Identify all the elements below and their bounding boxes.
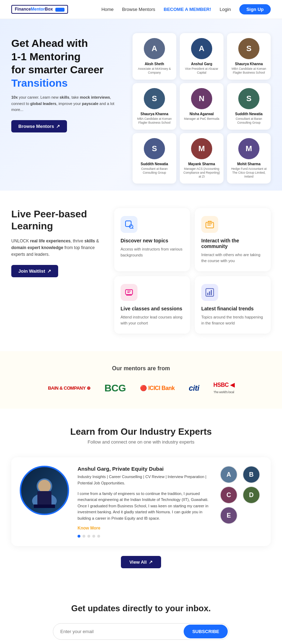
mentor-name: Anshul Garg	[183, 62, 220, 66]
dot-5	[97, 535, 100, 538]
beta-badge: Beta	[55, 8, 64, 12]
mentor-title: Hedge Fund Accountant at The Citco Group…	[231, 167, 267, 179]
bcg-logo: BCG	[104, 383, 126, 394]
email-input[interactable]	[53, 625, 183, 638]
citi-logo: citi	[189, 384, 199, 393]
side-avatar: E	[220, 507, 238, 524]
expert-showcase: Anshul Garg, Private Equity Dubai Indust…	[11, 457, 271, 546]
svg-rect-7	[209, 291, 210, 295]
feature-desc: Access with instructors from various bac…	[121, 246, 184, 258]
mentor-cards-grid: A Aksh Sheth Associate at McKinsey & Com…	[124, 33, 271, 184]
mentor-card: A Anshul Garg Vice President at Alcazar …	[180, 33, 223, 80]
newsletter-form: SUBSCRIBE	[53, 623, 229, 640]
svg-rect-13	[34, 504, 55, 508]
mentor-title: Consultant at Baran Consulting Group	[231, 117, 267, 125]
feature-desc: Attend instructor lead courses along wit…	[121, 314, 184, 326]
mentor-title: MBA Candidate at Koman Flagler Business …	[231, 67, 267, 75]
mentor-name: Suddith Newatia	[136, 162, 173, 166]
avatar: S	[144, 138, 165, 159]
feature-discover: Discover new topics Access with instruct…	[114, 208, 190, 271]
logo: FinanceMentorBox Beta	[11, 5, 68, 13]
mentor-title: Manager at PwC Bermuda	[183, 117, 220, 121]
avatar: A	[144, 38, 165, 59]
mentor-card: S Shaurya Khanna MBA Candidate at Koman …	[227, 33, 271, 80]
peer-left: Live Peer-based Learning UNLOCK real lif…	[11, 208, 103, 277]
expert-avatar	[20, 466, 69, 515]
peer-heading: Live Peer-based Learning	[11, 208, 103, 232]
experts-heading: Learn from Our Industry Experts	[11, 426, 271, 437]
peer-section: Live Peer-based Learning UNLOCK real lif…	[0, 191, 282, 351]
avatar: S	[144, 88, 165, 109]
mentor-title: Associate at McKinsey & Company	[136, 67, 173, 75]
mentor-name: Suddith Newatia	[231, 112, 267, 116]
dot-4	[92, 535, 95, 538]
experts-subtitle: Follow and connect one on one with indus…	[11, 439, 271, 445]
side-avatar: D	[243, 486, 260, 504]
browse-mentors-button[interactable]: Browse Mentors ↗	[11, 120, 67, 132]
svg-rect-0	[125, 221, 131, 227]
mentor-name: Shaurya Khanna	[136, 112, 173, 116]
feature-desc: Topics around the trends happening in th…	[201, 314, 264, 326]
avatar: M	[191, 138, 212, 159]
mentor-title: Vice President at Alcazar Capital	[183, 67, 220, 75]
mentor-card: S Shaurya Khanna MBA Candidate at Koman …	[133, 83, 176, 130]
view-all-button[interactable]: View All ↗	[121, 556, 161, 568]
feature-desc: Interact with others who are taking the …	[201, 252, 264, 264]
mentor-name: Mayank Sharma	[183, 162, 220, 166]
mentor-card: M Mohit Sharma Hedge Fund Accountant at …	[227, 133, 271, 184]
mentor-title: Manager ACS (Accounting Compliance and R…	[183, 167, 220, 179]
peer-description: UNLOCK real life experiences, thrive ski…	[11, 238, 103, 258]
mentor-name: Aksh Sheth	[136, 62, 173, 66]
mentor-title: MBA Candidate at Koman Flagler Business …	[136, 117, 173, 125]
feature-trends: Latest financial trends Topics around th…	[195, 276, 271, 334]
side-avatar: A	[220, 466, 238, 483]
newsletter-section: Get updates directly to your inbox. SUBS…	[0, 586, 282, 644]
navbar: FinanceMentorBox Beta Home Browse Mentor…	[0, 0, 282, 19]
icici-logo: 🔴 ICICI Bank	[140, 385, 174, 391]
dot-1	[78, 535, 80, 538]
bain-logo: BAIN & COMPANY ⊕	[48, 385, 90, 391]
side-avatar: B	[243, 466, 260, 483]
expert-info: Anshul Garg, Private Equity Dubai Indust…	[78, 466, 212, 538]
nav-browse[interactable]: Browse Mentors	[122, 7, 155, 12]
waitlist-button[interactable]: Join Waitlist ↗	[11, 265, 58, 277]
side-avatar: C	[220, 486, 238, 504]
subscribe-button[interactable]: SUBSCRIBE	[184, 625, 228, 638]
know-more-link[interactable]: Know More	[78, 526, 212, 531]
dot-3	[87, 535, 90, 538]
hsbc-logo: HSBC ◀The world's local	[213, 382, 234, 395]
peer-features-grid: Discover new topics Access with instruct…	[114, 208, 271, 334]
expert-bio: I come from a family of engineers so to …	[78, 491, 212, 522]
nav-home[interactable]: Home	[102, 7, 114, 12]
discover-icon	[121, 216, 137, 233]
mentor-name: Nisha Agarwal	[183, 112, 220, 116]
svg-line-2	[132, 228, 133, 229]
dot-indicator	[78, 535, 212, 538]
feature-title: Latest financial trends	[201, 306, 264, 311]
signup-button[interactable]: Sign Up	[239, 4, 271, 14]
mentor-card: A Aksh Sheth Associate at McKinsey & Com…	[133, 33, 176, 80]
logo-wrap: FinanceMentorBox Beta	[11, 5, 68, 13]
nav-links: Home Browse Mentors BECOME A MEMBER! Log…	[102, 4, 271, 14]
trends-icon	[201, 284, 218, 301]
mentor-title: Consultant at Baran Consulting Group	[136, 167, 173, 175]
expert-name: Anshul Garg, Private Equity Dubai	[78, 466, 212, 472]
avatar: N	[191, 88, 212, 109]
hero-section: Get Ahead with 1-1 Mentoring for smarter…	[0, 19, 282, 191]
expert-avatars-side: A B C D E	[220, 466, 262, 524]
mentor-name: Shaurya Khanna	[231, 62, 267, 66]
mentors-from-heading: Our mentors are from	[11, 365, 271, 372]
svg-rect-12	[37, 491, 51, 505]
community-icon	[201, 216, 218, 233]
avatar: S	[238, 88, 259, 109]
svg-rect-6	[207, 293, 208, 295]
mentor-card: S Suddith Newatia Consultant at Baran Co…	[227, 83, 271, 130]
nav-member[interactable]: BECOME A MEMBER!	[164, 7, 211, 12]
experts-section: Learn from Our Industry Experts Follow a…	[0, 409, 282, 586]
login-button[interactable]: Login	[220, 7, 231, 12]
hero-description: 10x your career. Learn new skills, take …	[11, 94, 124, 113]
mentor-card: S Suddith Newatia Consultant at Baran Co…	[133, 133, 176, 184]
mentors-from-section: Our mentors are from BAIN & COMPANY ⊕ BC…	[0, 351, 282, 409]
feature-title: Discover new topics	[121, 238, 184, 243]
expert-tags: Industry Insights | Career Counselling |…	[78, 474, 212, 486]
